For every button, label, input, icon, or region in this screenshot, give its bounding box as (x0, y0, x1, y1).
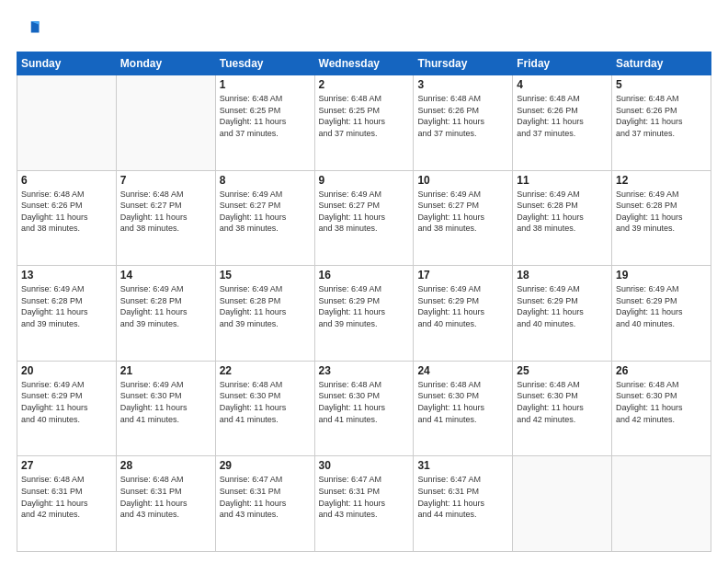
calendar-cell: 1Sunrise: 6:48 AM Sunset: 6:25 PM Daylig… (215, 75, 314, 171)
day-info: Sunrise: 6:48 AM Sunset: 6:26 PM Dayligh… (21, 189, 112, 235)
calendar-cell: 12Sunrise: 6:49 AM Sunset: 6:28 PM Dayli… (612, 170, 711, 266)
calendar-header-monday: Monday (116, 52, 215, 75)
day-info: Sunrise: 6:47 AM Sunset: 6:31 PM Dayligh… (220, 474, 311, 520)
day-number: 13 (21, 269, 112, 282)
calendar-week-1: 6Sunrise: 6:48 AM Sunset: 6:26 PM Daylig… (17, 170, 711, 266)
calendar-cell: 29Sunrise: 6:47 AM Sunset: 6:31 PM Dayli… (215, 456, 314, 552)
day-number: 12 (616, 174, 707, 187)
calendar-cell: 11Sunrise: 6:49 AM Sunset: 6:28 PM Dayli… (513, 170, 612, 266)
calendar-cell: 20Sunrise: 6:49 AM Sunset: 6:29 PM Dayli… (17, 361, 117, 456)
calendar-cell: 3Sunrise: 6:48 AM Sunset: 6:26 PM Daylig… (414, 75, 513, 171)
calendar-cell: 18Sunrise: 6:49 AM Sunset: 6:29 PM Dayli… (513, 266, 612, 362)
day-info: Sunrise: 6:49 AM Sunset: 6:27 PM Dayligh… (319, 189, 410, 235)
calendar-cell: 17Sunrise: 6:49 AM Sunset: 6:29 PM Dayli… (414, 266, 513, 362)
day-number: 9 (319, 174, 410, 187)
day-info: Sunrise: 6:49 AM Sunset: 6:28 PM Dayligh… (21, 283, 112, 329)
day-number: 20 (21, 364, 112, 377)
day-number: 16 (319, 269, 410, 282)
calendar-cell: 14Sunrise: 6:49 AM Sunset: 6:28 PM Dayli… (116, 266, 215, 362)
calendar-cell (513, 456, 612, 552)
calendar-cell: 16Sunrise: 6:49 AM Sunset: 6:29 PM Dayli… (314, 266, 414, 362)
day-number: 31 (417, 459, 508, 472)
calendar-week-3: 20Sunrise: 6:49 AM Sunset: 6:29 PM Dayli… (17, 361, 711, 456)
day-info: Sunrise: 6:48 AM Sunset: 6:30 PM Dayligh… (417, 379, 508, 425)
calendar-cell: 30Sunrise: 6:47 AM Sunset: 6:31 PM Dayli… (314, 456, 414, 552)
calendar-header-thursday: Thursday (414, 52, 513, 75)
calendar-cell (612, 456, 711, 552)
calendar-header-wednesday: Wednesday (314, 52, 414, 75)
calendar-cell: 31Sunrise: 6:47 AM Sunset: 6:31 PM Dayli… (414, 456, 513, 552)
day-info: Sunrise: 6:49 AM Sunset: 6:28 PM Dayligh… (220, 283, 311, 329)
logo (17, 17, 46, 42)
day-number: 14 (120, 269, 211, 282)
logo-icon (17, 17, 42, 42)
day-number: 10 (417, 174, 508, 187)
day-info: Sunrise: 6:49 AM Sunset: 6:29 PM Dayligh… (616, 283, 707, 329)
calendar-cell: 7Sunrise: 6:48 AM Sunset: 6:27 PM Daylig… (116, 170, 215, 266)
day-number: 7 (120, 174, 211, 187)
day-number: 28 (120, 459, 211, 472)
day-info: Sunrise: 6:49 AM Sunset: 6:29 PM Dayligh… (319, 283, 410, 329)
day-info: Sunrise: 6:48 AM Sunset: 6:30 PM Dayligh… (220, 379, 311, 425)
day-number: 21 (120, 364, 211, 377)
calendar-cell: 27Sunrise: 6:48 AM Sunset: 6:31 PM Dayli… (17, 456, 117, 552)
calendar-cell: 25Sunrise: 6:48 AM Sunset: 6:30 PM Dayli… (513, 361, 612, 456)
day-number: 27 (21, 459, 112, 472)
day-number: 23 (319, 364, 410, 377)
day-info: Sunrise: 6:48 AM Sunset: 6:25 PM Dayligh… (319, 93, 410, 139)
day-number: 5 (616, 78, 707, 91)
day-info: Sunrise: 6:49 AM Sunset: 6:27 PM Dayligh… (220, 189, 311, 235)
day-number: 3 (417, 78, 508, 91)
calendar-cell: 6Sunrise: 6:48 AM Sunset: 6:26 PM Daylig… (17, 170, 117, 266)
day-info: Sunrise: 6:48 AM Sunset: 6:26 PM Dayligh… (517, 93, 608, 139)
day-number: 22 (220, 364, 311, 377)
day-info: Sunrise: 6:48 AM Sunset: 6:25 PM Dayligh… (220, 93, 311, 139)
day-number: 17 (417, 269, 508, 282)
calendar-table: SundayMondayTuesdayWednesdayThursdayFrid… (17, 52, 711, 552)
day-number: 1 (220, 78, 311, 91)
day-info: Sunrise: 6:47 AM Sunset: 6:31 PM Dayligh… (319, 474, 410, 520)
calendar-cell: 15Sunrise: 6:49 AM Sunset: 6:28 PM Dayli… (215, 266, 314, 362)
calendar-header-tuesday: Tuesday (215, 52, 314, 75)
day-number: 18 (517, 269, 608, 282)
day-number: 2 (319, 78, 410, 91)
day-info: Sunrise: 6:49 AM Sunset: 6:27 PM Dayligh… (417, 189, 508, 235)
calendar-header-friday: Friday (513, 52, 612, 75)
day-info: Sunrise: 6:48 AM Sunset: 6:30 PM Dayligh… (319, 379, 410, 425)
header (17, 17, 711, 42)
day-info: Sunrise: 6:49 AM Sunset: 6:28 PM Dayligh… (120, 283, 211, 329)
day-number: 4 (517, 78, 608, 91)
day-info: Sunrise: 6:49 AM Sunset: 6:29 PM Dayligh… (517, 283, 608, 329)
calendar-cell: 9Sunrise: 6:49 AM Sunset: 6:27 PM Daylig… (314, 170, 414, 266)
calendar-cell: 5Sunrise: 6:48 AM Sunset: 6:26 PM Daylig… (612, 75, 711, 171)
day-info: Sunrise: 6:48 AM Sunset: 6:30 PM Dayligh… (616, 379, 707, 425)
day-info: Sunrise: 6:48 AM Sunset: 6:31 PM Dayligh… (21, 474, 112, 520)
day-info: Sunrise: 6:49 AM Sunset: 6:28 PM Dayligh… (616, 189, 707, 235)
calendar-header-row: SundayMondayTuesdayWednesdayThursdayFrid… (17, 52, 711, 75)
calendar-cell: 26Sunrise: 6:48 AM Sunset: 6:30 PM Dayli… (612, 361, 711, 456)
day-info: Sunrise: 6:48 AM Sunset: 6:26 PM Dayligh… (616, 93, 707, 139)
calendar-week-2: 13Sunrise: 6:49 AM Sunset: 6:28 PM Dayli… (17, 266, 711, 362)
day-number: 24 (417, 364, 508, 377)
day-number: 15 (220, 269, 311, 282)
day-info: Sunrise: 6:49 AM Sunset: 6:28 PM Dayligh… (517, 189, 608, 235)
calendar-cell: 2Sunrise: 6:48 AM Sunset: 6:25 PM Daylig… (314, 75, 414, 171)
day-info: Sunrise: 6:49 AM Sunset: 6:30 PM Dayligh… (120, 379, 211, 425)
day-number: 30 (319, 459, 410, 472)
calendar-cell (116, 75, 215, 171)
day-number: 6 (21, 174, 112, 187)
day-number: 11 (517, 174, 608, 187)
calendar-cell: 24Sunrise: 6:48 AM Sunset: 6:30 PM Dayli… (414, 361, 513, 456)
calendar-cell: 10Sunrise: 6:49 AM Sunset: 6:27 PM Dayli… (414, 170, 513, 266)
calendar-header-saturday: Saturday (612, 52, 711, 75)
day-info: Sunrise: 6:48 AM Sunset: 6:30 PM Dayligh… (517, 379, 608, 425)
calendar-cell: 13Sunrise: 6:49 AM Sunset: 6:28 PM Dayli… (17, 266, 117, 362)
calendar-cell: 22Sunrise: 6:48 AM Sunset: 6:30 PM Dayli… (215, 361, 314, 456)
day-info: Sunrise: 6:49 AM Sunset: 6:29 PM Dayligh… (21, 379, 112, 425)
calendar-cell: 4Sunrise: 6:48 AM Sunset: 6:26 PM Daylig… (513, 75, 612, 171)
calendar-cell: 23Sunrise: 6:48 AM Sunset: 6:30 PM Dayli… (314, 361, 414, 456)
day-info: Sunrise: 6:49 AM Sunset: 6:29 PM Dayligh… (417, 283, 508, 329)
calendar-cell (17, 75, 117, 171)
day-info: Sunrise: 6:48 AM Sunset: 6:26 PM Dayligh… (417, 93, 508, 139)
calendar-cell: 8Sunrise: 6:49 AM Sunset: 6:27 PM Daylig… (215, 170, 314, 266)
